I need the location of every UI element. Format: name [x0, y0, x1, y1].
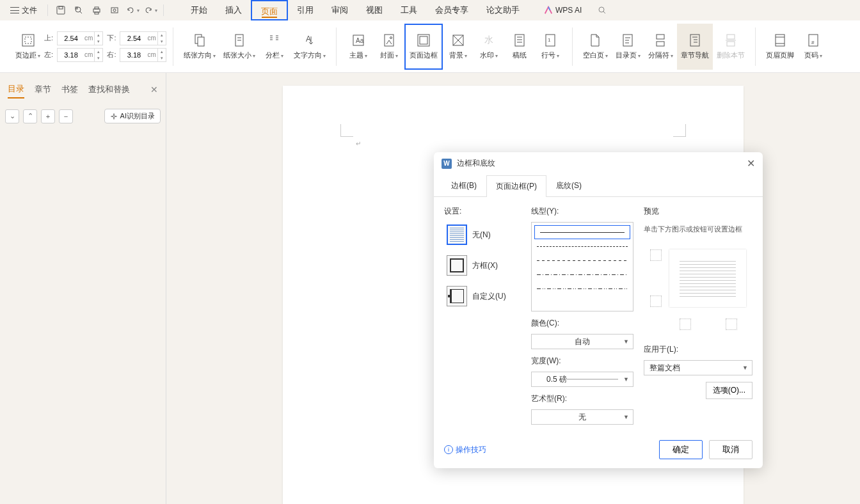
svg-rect-4 [93, 9, 100, 12]
panel-toolbar: ⌄ ⌃ + − AI识别目录 [5, 109, 161, 123]
preview-icon[interactable] [107, 3, 122, 18]
ok-button[interactable]: 确定 [659, 440, 703, 459]
add-button[interactable]: + [41, 109, 55, 123]
chapter-nav-button[interactable]: 章节导航 [677, 24, 713, 70]
line-style-solid[interactable] [534, 225, 630, 239]
tab-tools[interactable]: 工具 [392, 0, 426, 20]
file-label: 文件 [22, 5, 37, 16]
orientation-icon [192, 33, 207, 48]
toc-page-button[interactable]: 目录页▾ [612, 24, 644, 70]
tab-start[interactable]: 开始 [182, 0, 216, 20]
panel-tab-toc[interactable]: 目录 [8, 81, 24, 98]
sep [163, 4, 164, 16]
panel-tab-find-replace[interactable]: 查找和替换 [88, 81, 130, 98]
left-label: 左: [44, 50, 53, 59]
border-option-custom[interactable]: 自定义(U) [444, 283, 521, 309]
tab-thesis[interactable]: 论文助手 [477, 0, 529, 20]
art-combo[interactable]: 无▼ [531, 409, 633, 425]
close-panel-button[interactable]: ✕ [150, 84, 158, 95]
theme-button[interactable]: Aa主题▾ [343, 24, 374, 70]
svg-rect-32 [727, 42, 735, 46]
page-number-button[interactable]: #页码▾ [798, 24, 829, 70]
save-icon[interactable] [53, 3, 68, 18]
file-menu[interactable]: 文件 [5, 3, 42, 19]
print-preview-icon[interactable] [71, 3, 86, 18]
tab-reference[interactable]: 引用 [288, 0, 322, 20]
edge-button-bottom[interactable] [650, 295, 662, 307]
line-style-dash3[interactable] [532, 267, 633, 281]
search-button[interactable] [594, 3, 610, 18]
separator-button[interactable]: 分隔符▾ [644, 24, 677, 70]
tab-review[interactable]: 审阅 [322, 0, 357, 20]
panel-tab-chapter[interactable]: 章节 [35, 81, 51, 98]
preview-page[interactable] [669, 249, 746, 307]
dialog-close-button[interactable]: ✕ [747, 157, 755, 169]
dialog-tab-border[interactable]: 边框(B) [442, 175, 486, 196]
apply-to-combo[interactable]: 整篇文档▼ [644, 360, 752, 375]
background-button[interactable]: 背景▾ [443, 24, 474, 70]
menubar: 文件 ▾ ▾ 开始 插入 页面 引用 审阅 视图 工具 会员专享 论文助手 WP… [0, 0, 860, 20]
ai-toc-button[interactable]: AI识别目录 [104, 109, 161, 123]
cover-button[interactable]: 封面▾ [374, 24, 404, 70]
wps-ai-button[interactable]: WPS AI [539, 6, 587, 15]
paper-size-button[interactable]: 纸张大小▾ [219, 24, 259, 70]
manuscript-button[interactable]: 稿纸 [504, 24, 535, 70]
chevron-down-icon: ▼ [623, 338, 629, 345]
edge-button-left[interactable] [680, 319, 691, 330]
expand-button[interactable]: ⌄ [5, 109, 19, 123]
border-option-box[interactable]: 方框(X) [444, 253, 521, 278]
info-icon: i [444, 445, 453, 454]
collapse-button[interactable]: ⌃ [23, 109, 37, 123]
options-button[interactable]: 选项(O)... [706, 382, 752, 399]
tab-page[interactable]: 页面 [251, 0, 288, 20]
tab-view[interactable]: 视图 [357, 0, 392, 20]
toc-page-icon [620, 33, 635, 48]
remove-button[interactable]: − [59, 109, 73, 123]
page-margin-button[interactable]: 页边距▾ [12, 24, 44, 70]
edge-button-top[interactable] [650, 249, 662, 261]
sep [47, 4, 48, 16]
manuscript-icon [512, 33, 527, 48]
watermark-icon: 水 [481, 33, 497, 48]
width-combo[interactable]: 0.5 磅▼ [531, 372, 633, 387]
blank-page-button[interactable]: 空白页▾ [579, 24, 612, 70]
redo-button[interactable]: ▾ [143, 3, 158, 18]
svg-point-9 [599, 7, 604, 12]
theme-icon: Aa [351, 33, 366, 48]
border-option-none[interactable]: 无(N) [444, 222, 521, 248]
tab-insert[interactable]: 插入 [216, 0, 251, 20]
line-style-dash1[interactable] [532, 239, 633, 253]
cancel-button[interactable]: 取消 [709, 440, 752, 459]
dialog-titlebar[interactable]: W 边框和底纹 ✕ [434, 152, 763, 175]
panel-tab-bookmark[interactable]: 书签 [61, 81, 78, 98]
header-footer-icon [772, 33, 788, 48]
print-icon[interactable] [89, 3, 104, 18]
setting-label: 设置: [444, 206, 521, 217]
color-combo[interactable]: 自动▼ [531, 334, 633, 349]
line-number-button[interactable]: 1行号▾ [535, 24, 566, 70]
top-margin-input[interactable]: cm▴▾ [57, 31, 103, 45]
svg-point-19 [390, 37, 392, 39]
dialog-tab-shading[interactable]: 底纹(S) [546, 175, 591, 196]
dialog-app-icon: W [442, 159, 452, 169]
line-style-dash2[interactable] [532, 253, 633, 267]
line-style-dash4[interactable] [532, 281, 633, 295]
page-border-button[interactable]: 页面边框 [404, 24, 443, 70]
columns-button[interactable]: 分栏▾ [259, 24, 290, 70]
line-style-list[interactable] [531, 222, 633, 311]
edge-button-right[interactable] [726, 319, 737, 330]
orientation-button[interactable]: 纸张方向▾ [180, 24, 219, 70]
tab-member[interactable]: 会员专享 [426, 0, 477, 20]
left-margin-input[interactable]: cm▴▾ [57, 48, 103, 62]
undo-button[interactable]: ▾ [125, 3, 140, 18]
svg-text:Aa: Aa [356, 37, 364, 44]
panel-tabs: 目录 章节 书签 查找和替换 ✕ [5, 78, 161, 101]
tips-link[interactable]: i 操作技巧 [444, 445, 486, 455]
watermark-button[interactable]: 水水印▾ [474, 24, 504, 70]
delete-section-icon [723, 33, 738, 48]
right-margin-input[interactable]: cm▴▾ [120, 48, 166, 62]
text-direction-button[interactable]: A文字方向▾ [290, 24, 330, 70]
header-footer-button[interactable]: 页眉页脚 [762, 24, 798, 70]
dialog-tab-page-border[interactable]: 页面边框(P) [486, 175, 546, 197]
bottom-margin-input[interactable]: cm▴▾ [120, 31, 166, 45]
